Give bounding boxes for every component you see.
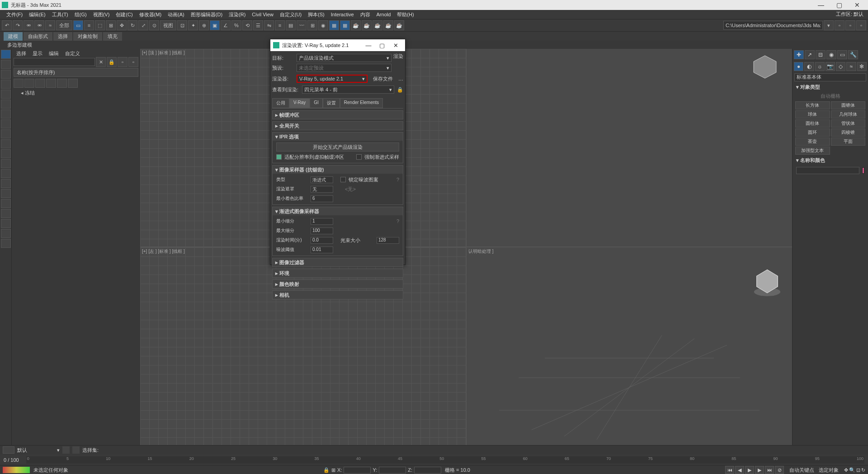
filter-rollout[interactable]: ▸ 图像过滤器 — [273, 258, 403, 266]
play-button[interactable]: ▶ — [745, 466, 754, 474]
next-frame-button[interactable]: ▶ — [755, 466, 764, 474]
color-swatch[interactable] — [862, 167, 864, 174]
menu-自定义(U)[interactable]: 自定义(U) — [277, 10, 304, 19]
group-filter-icon[interactable] — [1, 119, 11, 128]
name-color-header[interactable]: ▾ 名称和颜色 — [793, 156, 868, 165]
camera-filter-icon[interactable] — [1, 80, 11, 89]
primitive-button[interactable]: 平面 — [831, 137, 866, 146]
z-input[interactable] — [414, 467, 441, 474]
utilities-tab-icon[interactable]: 🔧 — [848, 50, 858, 59]
helper-filter-icon[interactable] — [1, 90, 11, 99]
ribbon-tab[interactable]: 选择 — [53, 32, 72, 41]
menu-帮助(H)[interactable]: 帮助(H) — [394, 10, 416, 19]
lock-icon[interactable]: 🔒 — [107, 57, 117, 67]
shape-filter-icon[interactable] — [1, 60, 11, 69]
extra2-icon[interactable] — [1, 199, 11, 208]
scene-menu-item[interactable]: 显示 — [30, 50, 45, 56]
geometry-icon[interactable]: ● — [794, 62, 803, 71]
target-dropdown[interactable]: 产品级渲染模式▾ — [297, 54, 392, 62]
select-region-button[interactable]: ⬚ — [95, 20, 105, 30]
autogrid-checkbox[interactable]: 自动栅格 — [793, 92, 868, 100]
primitive-button[interactable]: 管状体 — [831, 119, 866, 128]
geo-filter-icon[interactable] — [1, 50, 11, 59]
dialog-minimize[interactable]: — — [362, 42, 375, 49]
snap-button[interactable]: ⊕ — [199, 20, 209, 30]
viewcube-icon[interactable] — [751, 53, 778, 81]
render-tab[interactable]: Render Elements — [340, 98, 383, 108]
window-crossing-button[interactable]: ⊞ — [106, 20, 116, 30]
maximize-button[interactable]: ▢ — [830, 0, 848, 10]
unlink-button[interactable]: ⚮ — [34, 20, 44, 30]
primitive-button[interactable]: 几何球体 — [831, 110, 866, 118]
curve-editor-button[interactable]: 〰 — [297, 20, 307, 30]
goto-end-button[interactable]: ⏭ — [765, 466, 774, 474]
cameras-icon[interactable]: 📷 — [826, 62, 835, 71]
progressive-rollout[interactable]: ▾ 渐进式图像采样器 — [273, 207, 403, 215]
workspace-label[interactable]: 工作区: 默认 — [836, 11, 863, 18]
time-input[interactable]: 0.0 — [311, 237, 333, 244]
menu-Civil View[interactable]: Civil View — [249, 11, 276, 18]
menu-Arnold[interactable]: Arnold — [374, 11, 394, 18]
mask-dropdown[interactable]: 无 — [311, 186, 333, 193]
ribbon-tab[interactable]: 建模 — [4, 32, 23, 41]
key-mode-button[interactable]: ⊘ — [775, 466, 784, 474]
preset-dropdown[interactable]: 未选定预设▾ — [297, 64, 392, 72]
snap-toggle-button[interactable]: ▣ — [210, 20, 220, 30]
minsub-input[interactable]: 1 — [311, 218, 333, 225]
link-button[interactable]: ⚮ — [24, 20, 33, 30]
render-last-button[interactable]: ☕ — [362, 20, 372, 30]
noise-input[interactable]: 0.01 — [311, 246, 333, 253]
render-tab[interactable]: 公用 — [272, 98, 289, 108]
primitive-button[interactable]: 茶壶 — [795, 137, 830, 146]
undo-button[interactable]: ↶ — [2, 20, 12, 30]
systems-icon[interactable]: ✻ — [857, 62, 867, 71]
display-shade-icon[interactable] — [46, 79, 56, 88]
menu-图形编辑器(D)[interactable]: 图形编辑器(D) — [188, 10, 225, 19]
scene-tree[interactable] — [14, 99, 138, 443]
camera-rollout[interactable]: ▸ 相机 — [273, 291, 403, 299]
menu-组(G)[interactable]: 组(G) — [72, 10, 90, 19]
none-filter-icon[interactable] — [1, 169, 11, 178]
modify-tab-icon[interactable]: ↗ — [805, 50, 815, 59]
render-online-button[interactable]: ☕ — [394, 20, 404, 30]
project-path[interactable] — [723, 21, 823, 30]
viewport-persp[interactable] — [467, 49, 792, 246]
search-clear-icon[interactable]: ✕ — [96, 57, 106, 67]
menu-动画(A)[interactable]: 动画(A) — [165, 10, 187, 19]
abs-rel-icon[interactable]: ⊞ — [331, 467, 335, 473]
path-btn4[interactable]: ▫ — [856, 20, 866, 30]
x-input[interactable] — [344, 467, 371, 474]
fit-res-checkbox[interactable] — [276, 154, 282, 160]
primitive-dropdown[interactable]: 标准基本体 — [794, 73, 866, 81]
bone-filter-icon[interactable] — [1, 109, 11, 118]
material-button[interactable]: ◉ — [318, 20, 328, 30]
name-sort-header[interactable]: 名称(按升序排序) — [14, 68, 138, 77]
search-input[interactable] — [14, 58, 95, 66]
move-button[interactable]: ✥ — [117, 20, 127, 30]
lock-selection-icon[interactable]: 🔒 — [323, 467, 330, 473]
timeline-config-icon[interactable] — [3, 446, 14, 454]
nav-fov-button[interactable]: ⊡ — [856, 467, 860, 473]
rotate-button[interactable]: ↻ — [127, 20, 137, 30]
pivot-button[interactable]: ⊡ — [177, 20, 187, 30]
menu-视图(V)[interactable]: 视图(V) — [90, 10, 113, 19]
hierarchy-tab-icon[interactable]: ⊟ — [816, 50, 826, 59]
object-name-input[interactable] — [796, 167, 859, 174]
path-btn3[interactable]: ▫ — [845, 20, 855, 30]
display-more-icon[interactable] — [68, 79, 78, 88]
select-object-button[interactable]: ▭ — [73, 20, 83, 30]
menu-内容[interactable]: 内容 — [358, 10, 373, 19]
render-frame-button[interactable]: ▦ — [340, 20, 350, 30]
sampler-rollout[interactable]: ▾ 图像采样器 (抗锯齿) — [273, 166, 403, 174]
ref-coord[interactable]: 视图 — [160, 20, 176, 30]
viewto-dropdown[interactable]: 四元菜单 4 - 前▾ — [302, 85, 394, 94]
percent-snap-button[interactable]: % — [231, 20, 241, 30]
maxsub-input[interactable]: 100 — [311, 228, 333, 234]
redo-button[interactable]: ↷ — [13, 20, 23, 30]
force-prog-checkbox[interactable] — [356, 154, 362, 160]
framebuffer-rollout[interactable]: ▸ 帧缓冲区 — [273, 111, 403, 119]
named-sel-button[interactable]: ☰ — [253, 20, 263, 30]
renderer-dropdown[interactable]: V-Ray 5, update 2.1▾ — [297, 75, 368, 83]
view-opt1-icon[interactable]: ▫ — [118, 57, 127, 67]
lights-icon[interactable]: ☼ — [815, 62, 825, 71]
